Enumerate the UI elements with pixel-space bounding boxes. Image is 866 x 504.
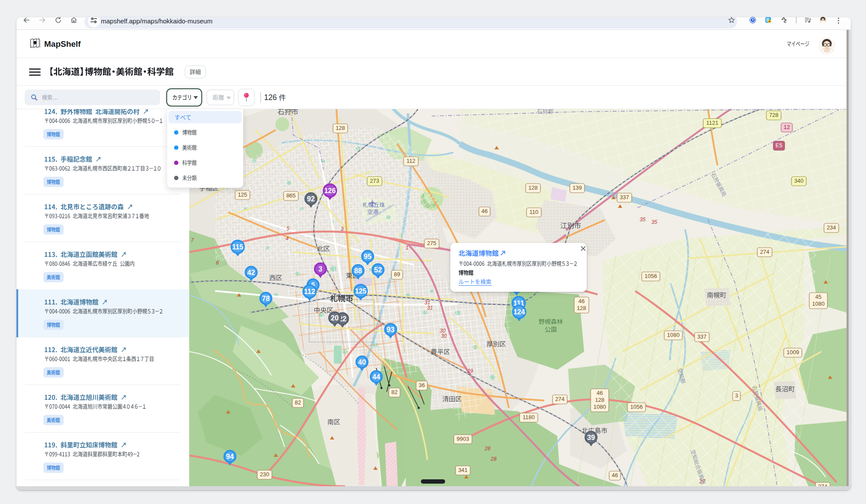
svg-text:1080: 1080 [667,332,680,338]
svg-text:728: 728 [769,112,779,118]
svg-text:30: 30 [441,333,447,339]
svg-text:1080: 1080 [812,300,825,307]
svg-text:46: 46 [597,390,603,396]
svg-text:29: 29 [467,368,473,374]
svg-text:1121: 1121 [706,120,718,126]
svg-text:82: 82 [391,389,397,395]
svg-text:89: 89 [394,271,400,278]
svg-text:1056: 1056 [645,273,657,279]
svg-text:45: 45 [815,294,821,300]
svg-text:112: 112 [407,158,416,164]
svg-text:1056: 1056 [630,404,643,410]
svg-text:12: 12 [784,124,790,130]
svg-text:337: 337 [620,194,629,200]
svg-text:9903: 9903 [457,436,469,442]
svg-text:125: 125 [238,191,247,198]
svg-text:5: 5 [287,226,290,232]
svg-text:139: 139 [572,184,582,191]
svg-text:3: 3 [735,392,738,399]
svg-text:1009: 1009 [787,349,799,355]
svg-text:128: 128 [336,125,345,131]
svg-text:230: 230 [260,471,269,478]
svg-text:128: 128 [577,305,586,311]
svg-text:340: 340 [794,178,804,184]
svg-text:82: 82 [295,399,301,406]
svg-text:6: 6 [216,260,219,266]
svg-text:1180: 1180 [523,414,535,420]
svg-text:337: 337 [697,333,707,340]
svg-text:1: 1 [406,245,409,251]
svg-text:128: 128 [595,397,604,403]
svg-text:275: 275 [427,240,436,246]
svg-text:274: 274 [555,396,565,402]
svg-text:27: 27 [699,478,706,485]
svg-text:4: 4 [286,236,289,242]
svg-text:273: 273 [370,178,379,184]
svg-text:35: 35 [640,216,646,223]
svg-text:234: 234 [827,224,836,231]
svg-text:274: 274 [818,483,827,486]
svg-text:341: 341 [458,467,468,473]
svg-text:865: 865 [286,192,296,199]
svg-text:28: 28 [490,456,497,462]
svg-text:128: 128 [528,184,538,191]
svg-text:46: 46 [578,298,585,304]
svg-text:1080: 1080 [594,404,606,410]
svg-text:3: 3 [341,226,344,232]
svg-text:28: 28 [484,446,491,452]
svg-text:E5: E5 [776,142,782,149]
svg-text:46: 46 [612,472,618,478]
svg-text:274: 274 [760,249,769,255]
svg-text:110: 110 [530,209,539,215]
svg-text:35: 35 [651,219,657,225]
svg-text:31: 31 [427,305,433,311]
svg-text:46: 46 [481,208,488,214]
svg-text:36: 36 [419,382,425,388]
